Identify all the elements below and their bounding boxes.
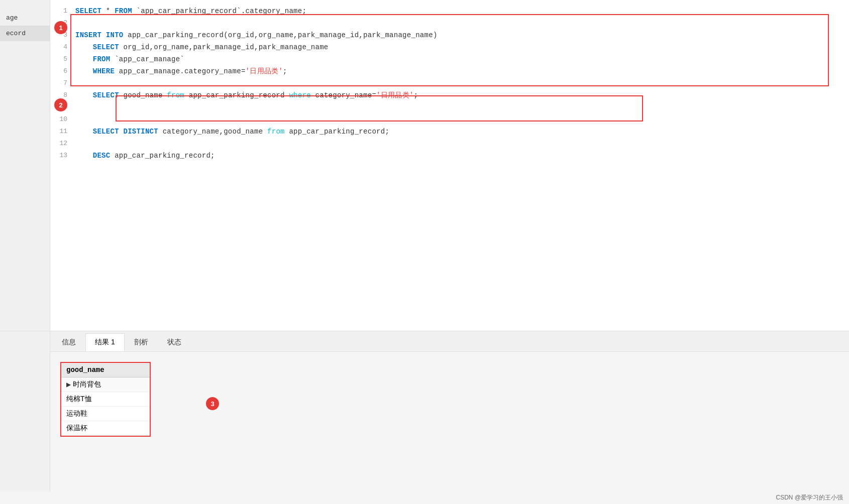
line-number: 1 (50, 5, 75, 17)
line-number: 10 (50, 113, 75, 125)
line-number: 11 (50, 125, 75, 138)
tab-status[interactable]: 状态 (158, 333, 191, 351)
code-line: 9 (50, 101, 849, 113)
line-content: FROM `app_car_manage` (75, 53, 849, 65)
result-row[interactable]: 纯棉T恤 (61, 392, 150, 407)
line-content: SELECT * FROM `app_car_parking_record`.c… (75, 5, 849, 17)
code-line: 10 (50, 113, 849, 125)
result-table: good_name ▶时尚背包纯棉T恤运动鞋保温杯 (60, 362, 151, 437)
line-content (75, 101, 849, 113)
left-sidebar: age ecord (0, 0, 50, 331)
row-text: 时尚背包 (73, 380, 101, 389)
bottom-right-space (161, 352, 849, 491)
result-table-header: good_name (61, 363, 150, 377)
code-area: 1 2 1SELECT * FROM `app_car_parking_reco… (50, 5, 849, 256)
tab-info[interactable]: 信息 (52, 333, 85, 351)
code-line: 2 (50, 17, 849, 29)
line-content: DESC app_car_parking_record; (75, 150, 849, 162)
line-number: 12 (50, 138, 75, 150)
line-content (75, 77, 849, 89)
tab-result1[interactable]: 结果 1 (85, 333, 125, 351)
row-text: 保温杯 (66, 424, 87, 433)
result-rows: ▶时尚背包纯棉T恤运动鞋保温杯 (61, 377, 150, 436)
code-line: 11 SELECT DISTINCT category_name,good_na… (50, 125, 849, 138)
code-line: 8 SELECT good_name from app_car_parking_… (50, 89, 849, 101)
footer: CSDN @爱学习的王小强 (0, 491, 849, 504)
result-row[interactable]: 保温杯 (61, 421, 150, 436)
sidebar-item-record[interactable]: ecord (0, 26, 50, 41)
code-line: 1SELECT * FROM `app_car_parking_record`.… (50, 5, 849, 17)
code-line: 7 (50, 77, 849, 89)
tabs-bar: 信息结果 1剖析状态 (50, 331, 849, 352)
line-content: SELECT DISTINCT category_name,good_name … (75, 125, 849, 138)
line-content (75, 17, 849, 29)
line-content: WHERE app_car_manage.category_name='日用品类… (75, 65, 849, 77)
code-line: 4 SELECT org_id,org_name,park_manage_id,… (50, 41, 849, 53)
results-panel: good_name ▶时尚背包纯棉T恤运动鞋保温杯 3 (50, 352, 849, 491)
line-content: SELECT good_name from app_car_parking_re… (75, 89, 849, 101)
code-line: 12 (50, 138, 849, 150)
line-number: 6 (50, 65, 75, 77)
line-number: 5 (50, 53, 75, 65)
row-text: 运动鞋 (66, 409, 87, 418)
line-number: 7 (50, 77, 75, 89)
line-number: 4 (50, 41, 75, 53)
line-content: SELECT org_id,org_name,park_manage_id,pa… (75, 41, 849, 53)
result-row[interactable]: 运动鞋 (61, 407, 150, 421)
footer-text: CSDN @爱学习的王小强 (776, 494, 843, 501)
row-arrow-icon: ▶ (66, 381, 71, 388)
code-line: 3INSERT INTO app_car_parking_record(org_… (50, 29, 849, 41)
code-line: 5 FROM `app_car_manage` (50, 53, 849, 65)
code-line: 13 DESC app_car_parking_record; (50, 150, 849, 162)
line-number: 13 (50, 150, 75, 162)
tab-analyze[interactable]: 剖析 (125, 333, 158, 351)
annotation-2: 2 (54, 98, 67, 111)
line-content: INSERT INTO app_car_parking_record(org_i… (75, 29, 849, 41)
row-text: 纯棉T恤 (66, 395, 92, 404)
editor-panel: 1 2 1SELECT * FROM `app_car_parking_reco… (50, 0, 849, 331)
annotation-1: 1 (54, 21, 67, 34)
bottom-content: 信息结果 1剖析状态 good_name ▶时尚背包纯棉T恤运动鞋保温杯 3 (50, 331, 849, 491)
bottom-left-sidebar (0, 331, 50, 491)
code-line: 6 WHERE app_car_manage.category_name='日用… (50, 65, 849, 77)
sidebar-item-age[interactable]: age (0, 10, 50, 26)
line-content (75, 138, 849, 150)
line-content (75, 113, 849, 125)
annotation-3: 3 (206, 397, 219, 410)
bottom-panel: 信息结果 1剖析状态 good_name ▶时尚背包纯棉T恤运动鞋保温杯 3 (0, 331, 849, 491)
result-row[interactable]: ▶时尚背包 (61, 377, 150, 392)
lines-container: 1SELECT * FROM `app_car_parking_record`.… (50, 5, 849, 162)
